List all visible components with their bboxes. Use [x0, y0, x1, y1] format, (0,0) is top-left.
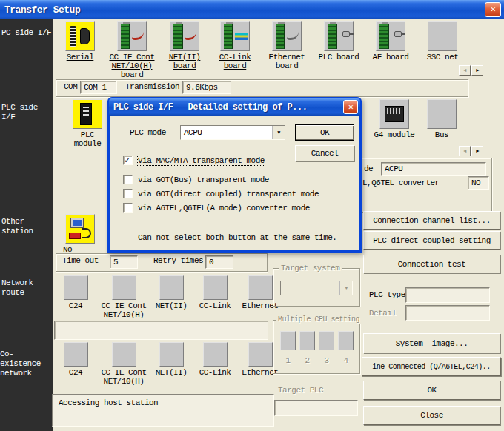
- pc-side-item-label[interactable]: Ethernet board: [261, 53, 313, 70]
- plc-side-item-label[interactable]: G4 module: [371, 130, 418, 139]
- checkbox-label[interactable]: via GOT(Bus) transparent mode: [138, 176, 269, 184]
- pc-side-item-label[interactable]: SSC net: [427, 53, 459, 61]
- coexistence-item-ccie[interactable]: CC IE Cont NET/10(H): [98, 342, 150, 386]
- plc-module-icon[interactable]: [73, 99, 102, 129]
- plc-side-item-label[interactable]: Bus: [421, 130, 462, 139]
- pc-side-item-serial[interactable]: Serial: [56, 21, 104, 79]
- system-image-button[interactable]: System image...: [363, 333, 500, 353]
- c24-icon[interactable]: [64, 342, 88, 367]
- close-button[interactable]: Close: [363, 406, 500, 425]
- coexistence-item-label[interactable]: NET(II): [156, 368, 188, 377]
- plc-side-item-label[interactable]: PLC module: [65, 130, 110, 148]
- cc-ie-board-icon[interactable]: [117, 21, 147, 51]
- pc-side-item-label[interactable]: AF board: [373, 53, 409, 61]
- dialog-ok-button[interactable]: OK: [295, 124, 354, 141]
- chevron-down-icon[interactable]: ▼: [339, 281, 352, 295]
- coexistence-item-label[interactable]: C24: [69, 368, 82, 377]
- plc-mode-field[interactable]: ACPU: [381, 162, 486, 176]
- network-route-item-net2[interactable]: NET(II): [150, 275, 193, 319]
- chevron-down-icon[interactable]: ▼: [272, 126, 285, 139]
- scroll-right-icon[interactable]: ►: [471, 146, 483, 156]
- scroll-right-icon[interactable]: ►: [471, 65, 483, 76]
- checkbox-icon[interactable]: ✓: [123, 156, 133, 165]
- serial-icon[interactable]: [65, 21, 95, 51]
- checkbox-got-direct-coupled[interactable]: ✓ via GOT(direct coupled) transparent mo…: [123, 189, 319, 198]
- timeout-field[interactable]: 5: [110, 255, 138, 269]
- coexistence-item-c24[interactable]: C24: [53, 342, 98, 386]
- pc-side-item-label[interactable]: NET(II) board: [160, 53, 209, 70]
- cpu-slot-3[interactable]: [319, 331, 334, 350]
- plc-direct-coupled-setting-button[interactable]: PLC direct coupled setting: [363, 231, 500, 250]
- other-station-item-no[interactable]: No: [63, 214, 97, 254]
- network-route-item-label[interactable]: NET(II): [156, 301, 188, 310]
- cclink-board-icon[interactable]: [220, 21, 250, 51]
- pc-side-item-af-board[interactable]: AF board: [365, 21, 417, 79]
- pc-side-item-label[interactable]: Serial: [67, 53, 94, 61]
- pc-side-item-label[interactable]: PLC board: [319, 53, 359, 61]
- pc-side-item-net2-board[interactable]: NET(II) board: [160, 21, 209, 79]
- connection-channel-list-button[interactable]: Connection channel list...: [363, 211, 500, 230]
- af-board-icon[interactable]: [376, 21, 405, 51]
- connection-test-button[interactable]: Connection test: [363, 255, 500, 273]
- scroll-left-icon[interactable]: ◄: [459, 146, 471, 156]
- other-station-icon[interactable]: [65, 214, 95, 244]
- dialog-titlebar[interactable]: PLC side I/F Detailed setting of P...: [109, 98, 360, 116]
- network-route-item-c24[interactable]: C24: [53, 275, 98, 319]
- checkbox-label[interactable]: via MAC/MTA transparent mode: [138, 156, 265, 165]
- c24-icon[interactable]: [64, 275, 88, 300]
- plc-side-item-bus[interactable]: Bus: [421, 99, 462, 139]
- cc-ie-icon[interactable]: [112, 275, 136, 300]
- checkbox-icon[interactable]: ✓: [123, 203, 133, 213]
- target-system-dropdown[interactable]: ▼: [280, 281, 353, 295]
- converter-field[interactable]: NO: [468, 176, 489, 190]
- plc-mode-dropdown[interactable]: ACPU ▼: [180, 125, 285, 140]
- plc-side-item-g4-module[interactable]: G4 module: [371, 99, 418, 139]
- line-connected-button[interactable]: ine Connected (Q/A6TEL,C24)..: [362, 357, 501, 376]
- network-route-item-cclink[interactable]: CC-Link: [193, 275, 237, 319]
- coexistence-item-cclink[interactable]: CC-Link: [193, 342, 237, 386]
- coexistence-item-label[interactable]: CC IE Cont NET/10(H): [98, 368, 150, 386]
- cpu-slot-2[interactable]: [299, 331, 315, 350]
- dialog-close-icon[interactable]: ✕: [343, 100, 358, 114]
- cclink-icon[interactable]: [203, 275, 228, 300]
- cpu-slot-4[interactable]: [338, 331, 354, 350]
- g4-module-icon[interactable]: [379, 99, 409, 129]
- coexistence-item-net2[interactable]: NET(II): [150, 342, 193, 386]
- checkbox-icon[interactable]: ✓: [123, 189, 133, 198]
- bus-icon[interactable]: [427, 99, 457, 129]
- net2-board-icon[interactable]: [170, 21, 199, 51]
- pc-side-item-label[interactable]: CC-Link board: [209, 53, 261, 70]
- plc-side-item-plc-module[interactable]: PLC module: [65, 99, 110, 148]
- pc-side-item-plc-board[interactable]: PLC board: [313, 21, 365, 79]
- close-icon[interactable]: ✕: [485, 2, 501, 17]
- transmission-speed-field[interactable]: 9.6Kbps: [182, 81, 231, 94]
- dialog-cancel-button[interactable]: Cancel: [295, 145, 354, 161]
- cpu-slot-1[interactable]: [280, 331, 296, 350]
- network-route-item-label[interactable]: CC-Link: [199, 301, 231, 310]
- net2-icon[interactable]: [159, 342, 184, 367]
- checkbox-label[interactable]: via A6TEL,Q6TEL(A mode) converter mode: [138, 204, 310, 213]
- checkbox-a6tel-converter[interactable]: ✓ via A6TEL,Q6TEL(A mode) converter mode: [123, 203, 310, 213]
- checkbox-label[interactable]: via GOT(direct coupled) transparent mode: [138, 190, 319, 198]
- retry-times-field[interactable]: 0: [205, 255, 233, 269]
- target-plc-field[interactable]: [274, 400, 358, 416]
- plc-board-icon[interactable]: [324, 21, 354, 51]
- network-route-item-label[interactable]: C24: [69, 301, 82, 310]
- cc-ie-icon[interactable]: [112, 342, 136, 367]
- window-titlebar[interactable]: Transfer Setup: [0, 0, 504, 19]
- checkbox-mac-mta-transparent[interactable]: ✓ via MAC/MTA transparent mode: [123, 156, 265, 165]
- ethernet-icon[interactable]: [248, 275, 273, 300]
- com-port-field[interactable]: COM 1: [80, 81, 117, 94]
- pc-side-item-cclink-board[interactable]: CC-Link board: [209, 21, 261, 79]
- ssc-net-icon[interactable]: [428, 21, 457, 51]
- network-route-item-label[interactable]: CC IE Cont NET/10(H): [98, 301, 150, 319]
- net2-icon[interactable]: [159, 275, 184, 300]
- checkbox-got-bus-transparent[interactable]: ✓ via GOT(Bus) transparent mode: [123, 175, 269, 184]
- checkbox-icon[interactable]: ✓: [123, 175, 133, 184]
- ok-button[interactable]: OK: [363, 381, 500, 400]
- coexistence-item-label[interactable]: CC-Link: [199, 368, 231, 377]
- ethernet-board-icon[interactable]: [272, 21, 302, 51]
- pc-side-item-ccie-board[interactable]: CC IE Cont NET/10(H) board: [104, 21, 160, 79]
- network-route-item-ccie[interactable]: CC IE Cont NET/10(H): [98, 275, 150, 319]
- ethernet-icon[interactable]: [248, 342, 273, 367]
